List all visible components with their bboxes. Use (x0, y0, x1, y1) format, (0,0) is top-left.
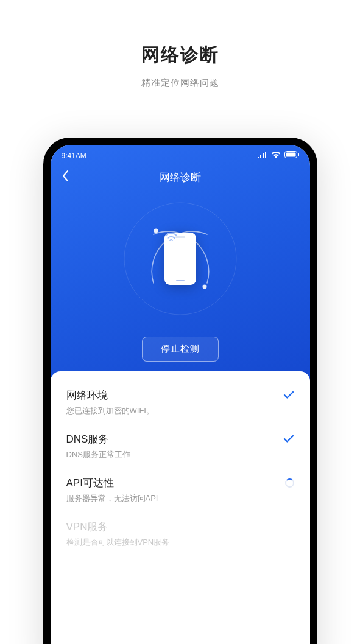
svg-rect-1 (286, 153, 295, 157)
result-desc: DNS服务正常工作 (66, 449, 130, 460)
results-panel: 网络环境 您已连接到加密的WIFI。 DNS服务 DNS服务正常工作 A (51, 371, 310, 548)
battery-icon (284, 151, 299, 160)
check-icon (281, 432, 294, 443)
svg-point-3 (154, 229, 158, 233)
result-desc: 检测是否可以连接到VPN服务 (66, 537, 170, 548)
status-bar: 9:41AM (51, 145, 310, 160)
svg-point-4 (202, 285, 206, 289)
result-title: DNS服务 (66, 432, 130, 446)
result-item-vpn: VPN服务 检测是否可以连接到VPN服务 (66, 520, 294, 548)
check-icon (281, 388, 294, 399)
chevron-left-icon (62, 170, 69, 182)
phone-screen: 9:41AM 网络诊断 (51, 145, 310, 644)
phone-mockup-frame: 9:41AM 网络诊断 (43, 138, 317, 644)
app-bar-title: 网络诊断 (160, 170, 201, 184)
result-title: API可达性 (66, 476, 158, 490)
result-item-api: API可达性 服务器异常，无法访问API (66, 476, 294, 504)
signal-icon (258, 152, 267, 160)
result-desc: 服务器异常，无法访问API (66, 493, 158, 504)
page-title: 网络诊断 (0, 43, 360, 68)
status-time: 9:41AM (62, 152, 86, 160)
header-panel: 9:41AM 网络诊断 (51, 145, 310, 382)
pending-status (281, 520, 294, 522)
result-desc: 您已连接到加密的WIFI。 (66, 405, 154, 416)
back-button[interactable] (62, 170, 69, 184)
wifi-icon (271, 151, 281, 160)
result-item-dns: DNS服务 DNS服务正常工作 (66, 432, 294, 460)
result-item-network-env: 网络环境 您已连接到加密的WIFI。 (66, 388, 294, 416)
loading-spinner-icon (281, 476, 294, 488)
device-icon (164, 233, 196, 285)
svg-rect-2 (298, 153, 299, 156)
result-title: 网络环境 (66, 388, 154, 402)
page-subtitle: 精准定位网络问题 (0, 77, 360, 89)
diagnostic-graphic (113, 198, 247, 320)
result-title: VPN服务 (66, 520, 170, 534)
wifi-device-icon (164, 233, 178, 243)
app-bar: 网络诊断 (51, 163, 310, 192)
stop-detection-button[interactable]: 停止检测 (142, 337, 219, 362)
